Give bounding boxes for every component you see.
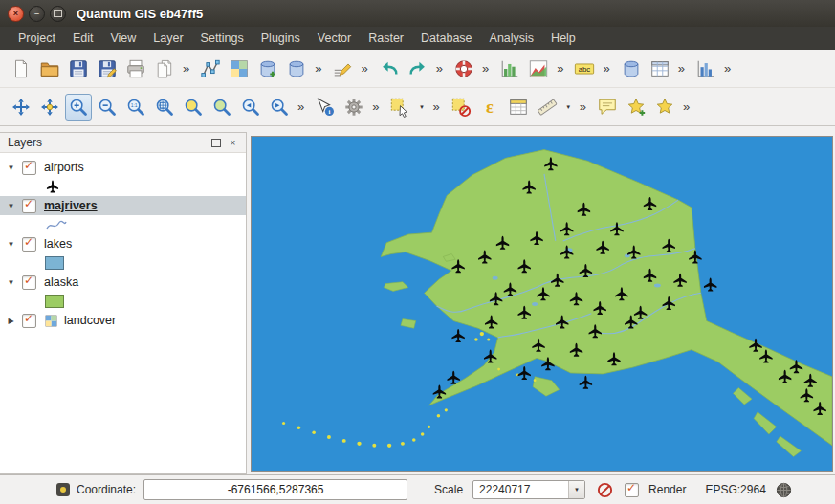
menu-project[interactable]: Project — [10, 29, 64, 48]
raster-histogram-button[interactable] — [496, 55, 523, 82]
map-canvas[interactable] — [251, 136, 833, 472]
crs-status-icon[interactable] — [776, 482, 792, 498]
scale-combo[interactable]: 22240717 ▼ — [472, 480, 585, 499]
zoom-to-layer-button[interactable] — [209, 94, 235, 121]
map-options-button[interactable] — [341, 94, 367, 121]
layer-row-landcover[interactable]: ▶✓landcover — [0, 311, 246, 330]
help-contents-button[interactable] — [450, 55, 477, 82]
layer-label[interactable]: lakes — [44, 237, 72, 251]
zoom-to-selection-icon — [183, 97, 204, 118]
window-minimize-button[interactable]: – — [29, 6, 45, 22]
layer-row-lakes[interactable]: ▼✓lakes — [0, 234, 246, 253]
layer-label[interactable]: landcover — [64, 314, 116, 327]
panel-float-icon[interactable] — [209, 136, 223, 150]
labeling-button[interactable] — [571, 55, 598, 82]
new-bookmark-button[interactable] — [623, 94, 649, 121]
analysis-toolbar-overflow-chevron[interactable]: » — [724, 61, 731, 76]
layer-expander-icon[interactable]: ▼ — [4, 202, 18, 210]
database-toolbar-overflow-chevron[interactable]: » — [678, 61, 685, 76]
open-attribute-table-button[interactable] — [505, 94, 532, 121]
attributes-toolbar-overflow-chevron[interactable]: » — [372, 99, 379, 114]
menu-raster[interactable]: Raster — [360, 29, 412, 48]
pan-map-button[interactable] — [8, 94, 34, 121]
db-table-button[interactable] — [647, 55, 673, 82]
add-postgis-layer-button[interactable] — [254, 55, 281, 82]
layer-checkbox[interactable]: ✓ — [22, 161, 36, 175]
help-toolbar-overflow-chevron[interactable]: » — [482, 61, 489, 76]
layer-expander-icon[interactable]: ▼ — [4, 240, 18, 249]
layer-checkbox[interactable]: ✓ — [22, 199, 36, 213]
layer-checkbox[interactable]: ✓ — [22, 314, 36, 328]
save-project-button[interactable] — [65, 55, 92, 82]
composer-manager-button[interactable] — [151, 55, 178, 82]
zoom-native-button[interactable] — [122, 94, 149, 121]
selection-toolbar-overflow-chevron[interactable]: » — [432, 99, 439, 114]
menu-vector[interactable]: Vector — [309, 29, 360, 48]
menu-edit[interactable]: Edit — [64, 29, 102, 48]
layer-expander-icon[interactable]: ▶ — [4, 317, 18, 325]
layer-checkbox[interactable]: ✓ — [22, 237, 36, 252]
layer-checkbox[interactable]: ✓ — [22, 275, 36, 290]
panel-close-icon[interactable]: × — [226, 136, 240, 150]
coordinate-input[interactable] — [143, 479, 407, 500]
new-project-button[interactable] — [8, 55, 34, 82]
new-print-composer-button[interactable] — [122, 55, 149, 82]
digitizing-toolbar-overflow-chevron[interactable]: » — [361, 61, 367, 76]
layer-row-alaska[interactable]: ▼✓alaska — [0, 273, 246, 292]
redo-button[interactable] — [405, 55, 431, 82]
menu-layer[interactable]: Layer — [144, 29, 191, 48]
open-project-button[interactable] — [36, 55, 63, 82]
stop-render-icon[interactable] — [597, 482, 613, 498]
layer-expander-icon[interactable]: ▼ — [4, 278, 18, 287]
measure-toolbar-overflow-chevron[interactable]: » — [580, 99, 586, 114]
toggle-editing-button[interactable] — [329, 55, 356, 82]
add-spatialite-layer-button[interactable] — [283, 55, 310, 82]
navigation-toolbar-overflow-chevron[interactable]: » — [297, 99, 304, 114]
render-checkbox[interactable]: ✓ — [625, 483, 639, 497]
zoom-out-button[interactable] — [94, 94, 121, 121]
raster-toolbar-overflow-chevron[interactable]: » — [557, 61, 563, 76]
layers-toolbar-overflow-chevron[interactable]: » — [315, 61, 321, 76]
layer-row-majrivers[interactable]: ▼✓majrivers — [0, 196, 246, 215]
zoom-to-selection-button[interactable] — [180, 94, 207, 121]
select-features-button[interactable] — [386, 94, 413, 121]
layer-label[interactable]: majrivers — [44, 199, 98, 212]
zoom-full-button[interactable] — [151, 94, 178, 121]
menu-settings[interactable]: Settings — [192, 29, 253, 48]
zoom-in-button[interactable] — [65, 94, 92, 121]
undo-button[interactable] — [376, 55, 403, 82]
db-manager-button[interactable] — [618, 55, 645, 82]
show-bookmarks-button[interactable] — [651, 94, 678, 121]
menu-analysis[interactable]: Analysis — [481, 29, 543, 48]
window-close-button[interactable]: × — [8, 6, 24, 22]
statistics-chart-button[interactable] — [692, 55, 719, 82]
layer-label[interactable]: alaska — [44, 275, 78, 289]
scale-dropdown-arrow-icon[interactable]: ▼ — [568, 481, 584, 498]
menu-help[interactable]: Help — [542, 29, 584, 48]
measure-button[interactable] — [534, 94, 560, 121]
select-by-expression-button[interactable] — [476, 94, 503, 121]
add-raster-layer-button[interactable] — [226, 55, 253, 82]
deselect-features-button[interactable] — [448, 94, 474, 121]
pan-to-selection-button[interactable] — [36, 94, 63, 121]
bookmarks-toolbar-overflow-chevron[interactable]: » — [683, 99, 690, 114]
window-maximize-button[interactable] — [50, 6, 66, 22]
layer-label[interactable]: airports — [44, 161, 84, 174]
edit-toolbar-overflow-chevron[interactable]: » — [436, 61, 443, 76]
measure-dropdown-arrow[interactable]: ▼ — [562, 94, 575, 121]
zoom-next-button[interactable] — [266, 94, 293, 121]
save-project-as-button[interactable] — [94, 55, 121, 82]
add-vector-layer-button[interactable] — [197, 55, 224, 82]
menu-view[interactable]: View — [101, 29, 144, 48]
select-features-dropdown-arrow[interactable]: ▼ — [415, 94, 428, 121]
identify-features-button[interactable] — [312, 94, 339, 121]
raster-calculator-button[interactable] — [525, 55, 552, 82]
map-tips-button[interactable] — [594, 94, 621, 121]
label-toolbar-overflow-chevron[interactable]: » — [603, 61, 609, 76]
file-toolbar-overflow-chevron[interactable]: » — [183, 61, 189, 76]
zoom-last-button[interactable] — [237, 94, 264, 121]
layer-expander-icon[interactable]: ▼ — [4, 164, 18, 172]
menu-database[interactable]: Database — [412, 29, 481, 48]
layer-row-airports[interactable]: ▼✓airports — [0, 158, 246, 177]
menu-plugins[interactable]: Plugins — [253, 29, 309, 48]
